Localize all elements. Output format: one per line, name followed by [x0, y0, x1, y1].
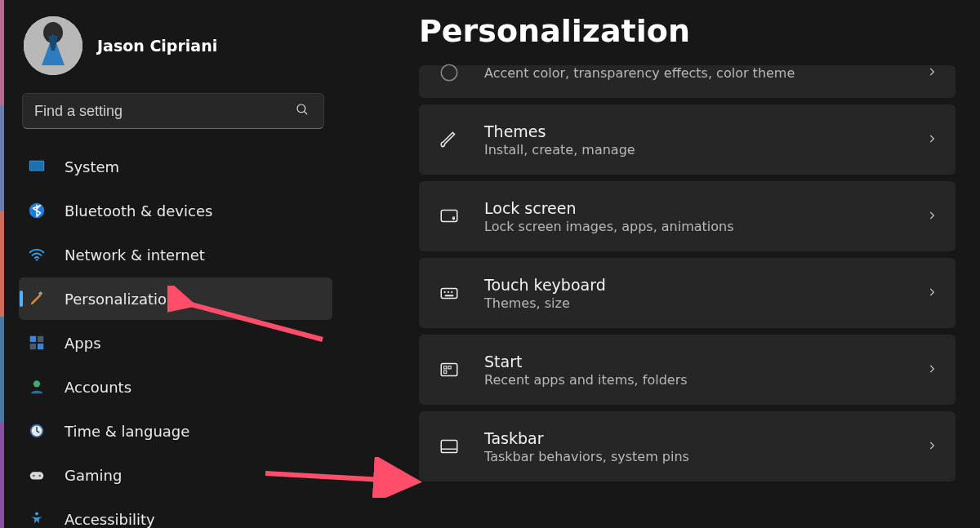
system-icon [27, 157, 47, 176]
nav-item-gaming[interactable]: Gaming [19, 454, 332, 496]
svg-rect-6 [30, 162, 44, 171]
nav-label: Apps [65, 335, 101, 352]
svg-rect-17 [30, 472, 44, 479]
wifi-icon [27, 245, 47, 264]
nav-label: Accounts [65, 379, 131, 396]
chevron-right-icon [926, 286, 938, 301]
nav-item-apps[interactable]: Apps [19, 322, 332, 364]
profile-block[interactable]: Jason Cipriani [19, 8, 332, 93]
nav-label: Network & internet [65, 246, 205, 264]
nav-label: Gaming [65, 467, 122, 484]
svg-rect-9 [38, 291, 42, 295]
lockscreen-icon [437, 204, 461, 229]
svg-point-8 [36, 259, 38, 260]
nav-label: Bluetooth & devices [65, 202, 212, 220]
chevron-right-icon [926, 439, 938, 455]
search-icon [295, 102, 310, 120]
nav-item-personalization[interactable]: Personalization [19, 277, 332, 320]
settings-list: Accent color, transparency effects, colo… [419, 65, 956, 481]
sidebar: Jason Cipriani System Bluetooth & device… [4, 0, 347, 528]
accessibility-icon [27, 509, 47, 528]
panel-subtitle: Accent color, transparency effects, colo… [484, 65, 903, 81]
svg-point-3 [297, 104, 305, 113]
nav-label: Accessibility [65, 511, 155, 528]
svg-rect-13 [38, 344, 43, 349]
svg-rect-29 [441, 363, 457, 375]
chevron-right-icon [926, 65, 938, 81]
panel-touch-keyboard[interactable]: Touch keyboard Themes, size [419, 258, 956, 328]
nav-item-bluetooth[interactable]: Bluetooth & devices [19, 189, 332, 232]
nav-item-accounts[interactable]: Accounts [19, 366, 332, 408]
avatar-image [24, 16, 82, 75]
panel-taskbar[interactable]: Taskbar Taskbar behaviors, system pins [419, 411, 956, 481]
chevron-right-icon [926, 362, 938, 378]
taskbar-icon [437, 434, 461, 459]
svg-rect-24 [441, 289, 457, 299]
chevron-right-icon [926, 132, 938, 148]
brush-icon [437, 127, 461, 152]
svg-point-20 [35, 512, 38, 516]
panel-title: Themes [484, 122, 903, 140]
chevron-right-icon [926, 209, 938, 224]
svg-point-19 [38, 475, 40, 477]
avatar [24, 16, 82, 75]
panel-title: Start [484, 353, 903, 370]
nav-item-accessibility[interactable]: Accessibility [19, 498, 332, 528]
palette-icon [437, 60, 461, 85]
panel-subtitle: Recent apps and items, folders [484, 372, 903, 388]
panel-title: Touch keyboard [484, 276, 903, 294]
svg-line-4 [304, 111, 307, 114]
panel-title: Lock screen [484, 199, 903, 217]
nav-label: Personalization [65, 291, 176, 308]
search-wrap [22, 93, 329, 129]
nav-item-network[interactable]: Network & internet [19, 233, 332, 276]
svg-rect-12 [30, 344, 36, 349]
svg-rect-22 [441, 210, 457, 221]
panel-lock-screen[interactable]: Lock screen Lock screen images, apps, an… [419, 181, 956, 251]
nav-item-system[interactable]: System [19, 145, 332, 188]
panel-subtitle: Install, create, manage [484, 142, 903, 158]
clock-icon [27, 421, 47, 441]
panel-start[interactable]: Start Recent apps and items, folders [419, 335, 956, 405]
svg-point-14 [33, 380, 40, 387]
svg-rect-30 [444, 366, 447, 369]
panel-subtitle: Lock screen images, apps, animations [484, 219, 903, 234]
svg-rect-10 [30, 336, 36, 342]
start-icon [437, 357, 461, 382]
panel-themes[interactable]: Themes Install, create, manage [419, 104, 956, 175]
main-content: Personalization Accent color, transparen… [347, 0, 980, 528]
svg-rect-33 [441, 440, 457, 452]
nav-label: System [65, 158, 119, 175]
panel-title: Taskbar [484, 429, 903, 447]
svg-rect-31 [448, 366, 451, 369]
svg-point-21 [441, 64, 457, 81]
panel-subtitle: Themes, size [484, 295, 903, 311]
search-input[interactable] [22, 93, 324, 129]
nav-item-time[interactable]: Time & language [19, 410, 332, 452]
paintbrush-icon [27, 289, 47, 308]
profile-name: Jason Cipriani [97, 37, 217, 55]
keyboard-icon [437, 281, 461, 305]
svg-rect-32 [444, 370, 447, 373]
accounts-icon [27, 377, 47, 397]
nav-label: Time & language [65, 423, 189, 440]
nav: System Bluetooth & devices Network & int… [19, 145, 332, 528]
panel-subtitle: Taskbar behaviors, system pins [484, 449, 903, 464]
bluetooth-icon [27, 201, 47, 220]
svg-rect-11 [38, 336, 43, 342]
page-title: Personalization [419, 13, 956, 49]
svg-point-18 [33, 475, 34, 477]
gaming-icon [27, 465, 47, 485]
panel-colors[interactable]: Accent color, transparency effects, colo… [419, 65, 956, 98]
apps-icon [27, 333, 47, 353]
